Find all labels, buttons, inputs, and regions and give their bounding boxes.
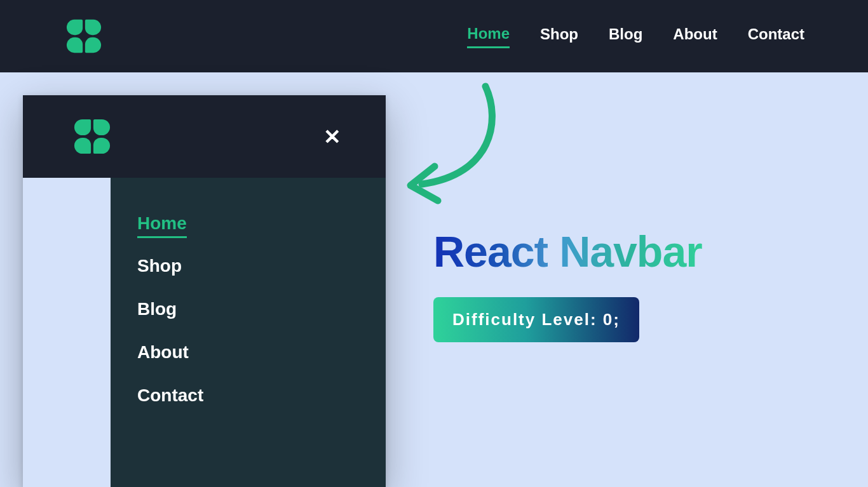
close-icon[interactable]: ✕ [323, 126, 341, 147]
logo[interactable] [66, 18, 102, 54]
mobile-left-strip [23, 178, 111, 487]
hero-title-word-1: React [433, 227, 548, 276]
nav-links: Home Shop Blog About Contact [467, 25, 804, 48]
hero-title: React Navbar [433, 230, 850, 273]
mobile-menu-item-blog[interactable]: Blog [137, 294, 177, 324]
nav-item-about[interactable]: About [673, 25, 717, 47]
mobile-menu: Home Shop Blog About Contact [111, 178, 386, 487]
mobile-menu-item-contact[interactable]: Contact [137, 380, 203, 411]
nav-item-contact[interactable]: Contact [748, 25, 804, 47]
curved-arrow-icon [403, 83, 505, 210]
mobile-body: Home Shop Blog About Contact [23, 178, 386, 487]
mobile-menu-item-home[interactable]: Home [137, 208, 187, 238]
hero-section: React Navbar Difficulty Level: 0; [405, 83, 850, 342]
nav-item-shop[interactable]: Shop [540, 25, 578, 47]
nav-item-blog[interactable]: Blog [609, 25, 642, 47]
mobile-preview-panel: ✕ Home Shop Blog About Contact [23, 95, 386, 487]
mobile-menu-item-shop[interactable]: Shop [137, 251, 182, 281]
logo-icon [74, 118, 111, 155]
difficulty-badge: Difficulty Level: 0; [433, 297, 639, 342]
mobile-menu-item-about[interactable]: About [137, 337, 189, 368]
hero-title-word-2: Navbar [559, 227, 702, 276]
logo-icon [66, 18, 102, 54]
mobile-navbar: ✕ [23, 95, 386, 178]
top-navbar: Home Shop Blog About Contact [0, 0, 868, 72]
mobile-logo[interactable] [74, 118, 111, 155]
nav-item-home[interactable]: Home [467, 25, 510, 48]
